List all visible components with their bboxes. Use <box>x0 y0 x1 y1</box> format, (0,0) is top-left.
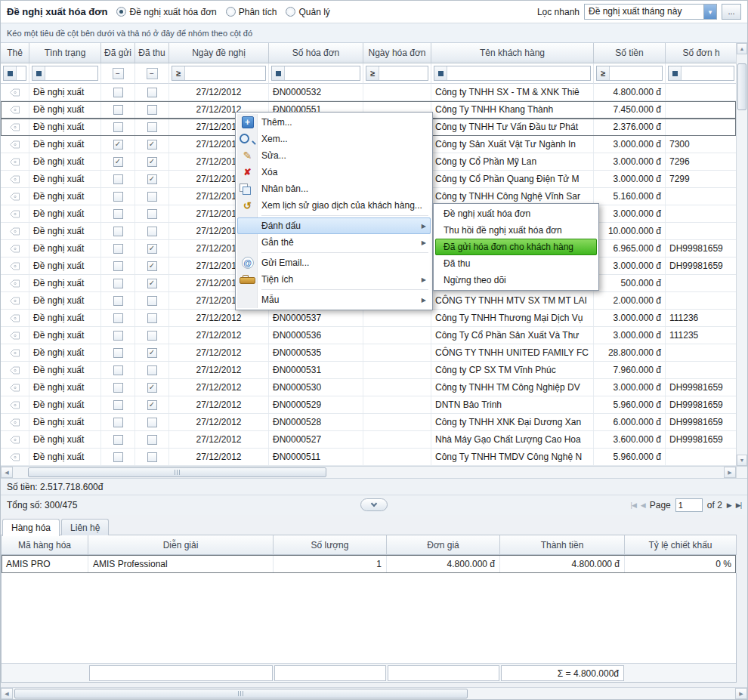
column-header[interactable]: Số hóa đơn <box>269 43 363 63</box>
view-mode-radio[interactable]: Phân tích <box>226 7 277 17</box>
received-checkbox[interactable] <box>147 88 157 97</box>
sent-checkbox[interactable] <box>113 88 123 97</box>
collapse-panel-button[interactable] <box>360 498 388 511</box>
sent-checkbox[interactable] <box>113 244 123 254</box>
context-menu-item[interactable]: Sửa... <box>237 147 431 164</box>
column-header[interactable]: Tình trạng <box>29 43 101 63</box>
column-header[interactable]: Số tiền <box>594 43 666 63</box>
sent-checkbox[interactable] <box>113 105 123 115</box>
received-checkbox[interactable] <box>147 227 157 236</box>
column-header[interactable]: Ngày hóa đơn <box>363 43 431 63</box>
bottom-scroll-thumb[interactable] <box>14 689 468 698</box>
context-menu-item[interactable]: Nhân bản... <box>237 180 431 197</box>
received-checkbox[interactable]: ✓ <box>147 244 157 254</box>
context-menu-item[interactable]: Xem lịch sử giao dịch của khách hàng... <box>237 197 431 214</box>
column-header[interactable]: Đã gửi <box>101 43 135 63</box>
filter-input[interactable]: ≥ <box>172 66 266 81</box>
detail-column-header[interactable]: Số lượng <box>274 535 387 555</box>
horizontal-scroll-track[interactable] <box>13 467 724 478</box>
received-checkbox[interactable]: ✓ <box>147 174 157 184</box>
received-checkbox[interactable] <box>147 452 157 462</box>
table-row[interactable]: Đề nghị xuất27/12/2012ĐN0000532Công ty T… <box>1 84 736 101</box>
detail-column-header[interactable]: Tỷ lệ chiết khấu <box>625 535 737 555</box>
column-header[interactable]: Số đơn h <box>666 43 737 63</box>
column-header[interactable]: Đã thu <box>135 43 169 63</box>
sent-checkbox[interactable] <box>113 296 123 306</box>
received-checkbox[interactable]: ✓ <box>147 261 157 271</box>
filter-menu-icon[interactable] <box>669 66 682 80</box>
filter-input[interactable]: ≥ <box>596 66 663 81</box>
scroll-right-icon[interactable]: ▶ <box>735 688 747 699</box>
sent-checkbox[interactable] <box>113 279 123 288</box>
greater-equal-filter-icon[interactable]: ≥ <box>597 66 610 80</box>
sent-checkbox[interactable] <box>113 383 123 393</box>
next-page-button[interactable]: ▶ <box>727 502 731 509</box>
table-row[interactable]: Đề nghị xuất27/12/2012ĐN0000528Công ty T… <box>1 414 736 431</box>
sent-checkbox[interactable]: ✓ <box>113 157 123 167</box>
filter-input[interactable] <box>271 66 360 81</box>
table-row[interactable]: Đề nghị xuất✓27/12/2012ĐN0000529DNTN Bảo… <box>1 396 736 414</box>
vertical-scroll-thumb[interactable] <box>737 63 746 110</box>
prev-page-button[interactable]: ◀ <box>641 502 645 509</box>
column-header[interactable]: Ngày đề nghị <box>169 43 269 63</box>
table-row[interactable]: Đề nghị xuất27/12/2012ĐN0000527Nhà Máy G… <box>1 431 736 449</box>
quick-filter-combobox[interactable]: Đề nghị xuất tháng này ▾ <box>584 4 717 20</box>
column-header[interactable]: Tên khách hàng <box>431 43 594 63</box>
scroll-up-icon[interactable]: ▲ <box>737 43 747 54</box>
context-menu-item[interactable]: Đánh dấu▶ <box>237 217 431 234</box>
filter-menu-icon[interactable] <box>32 66 45 80</box>
vertical-scrollbar[interactable]: ▲ ▼ <box>736 43 747 466</box>
detail-row[interactable]: AMIS PROAMIS Professional14.800.000 đ4.8… <box>2 555 736 573</box>
scroll-left-icon[interactable]: ◀ <box>1 688 13 699</box>
scroll-right-icon[interactable]: ▶ <box>724 467 736 478</box>
chevron-down-icon[interactable]: ▾ <box>703 5 716 19</box>
detail-column-header[interactable]: Đơn giá <box>387 535 500 555</box>
received-checkbox[interactable] <box>147 435 157 445</box>
horizontal-scroll-thumb[interactable] <box>28 467 326 477</box>
detail-column-header[interactable]: Mã hàng hóa <box>2 535 88 555</box>
submenu-item[interactable]: Đề nghị xuất hóa đơn <box>435 205 597 222</box>
submenu-item[interactable]: Đã gửi hóa đơn cho khách hàng <box>435 239 597 255</box>
filter-menu-icon[interactable] <box>434 66 447 80</box>
sent-checkbox[interactable] <box>113 452 123 462</box>
horizontal-scrollbar[interactable]: ◀ ▶ <box>1 466 747 478</box>
detail-tab[interactable]: Liên hệ <box>61 519 109 535</box>
filter-checkbox[interactable]: − <box>113 68 124 79</box>
sent-checkbox[interactable] <box>113 313 123 323</box>
received-checkbox[interactable] <box>147 418 157 427</box>
sent-checkbox[interactable] <box>113 261 123 271</box>
received-checkbox[interactable] <box>147 331 157 341</box>
page-input[interactable] <box>675 498 703 512</box>
scroll-left-icon[interactable]: ◀ <box>1 467 13 478</box>
context-menu-item[interactable]: Thêm... <box>237 114 431 131</box>
sent-checkbox[interactable] <box>113 418 123 427</box>
table-row[interactable]: Đề nghị xuất27/12/2012ĐN0000511Công Ty T… <box>1 449 736 466</box>
sent-checkbox[interactable] <box>113 209 123 219</box>
filter-menu-icon[interactable] <box>272 66 285 80</box>
received-checkbox[interactable] <box>147 365 157 375</box>
received-checkbox[interactable]: ✓ <box>147 348 157 358</box>
table-row[interactable]: Đề nghị xuất27/12/2012ĐN0000536Công Ty C… <box>1 327 736 344</box>
submenu-item[interactable]: Thu hồi đề nghị xuất hóa đơn <box>435 222 597 239</box>
received-checkbox[interactable] <box>147 296 157 306</box>
view-mode-radio[interactable]: Đề nghị xuất hóa đơn <box>116 7 216 17</box>
received-checkbox[interactable]: ✓ <box>147 400 157 410</box>
received-checkbox[interactable] <box>147 122 157 132</box>
sent-checkbox[interactable] <box>113 192 123 202</box>
received-checkbox[interactable]: ✓ <box>147 140 157 150</box>
greater-equal-filter-icon[interactable]: ≥ <box>172 66 185 80</box>
received-checkbox[interactable]: ✓ <box>147 279 157 288</box>
sent-checkbox[interactable] <box>113 365 123 375</box>
filter-input[interactable] <box>434 66 591 81</box>
filter-more-button[interactable]: ... <box>722 4 741 20</box>
table-row[interactable]: Đề nghị xuất✓27/12/2012ĐN0000530Công ty … <box>1 379 736 396</box>
received-checkbox[interactable] <box>147 192 157 202</box>
detail-tab[interactable]: Hàng hóa <box>2 519 60 536</box>
filter-input[interactable] <box>668 66 734 81</box>
sent-checkbox[interactable] <box>113 331 123 341</box>
scroll-down-icon[interactable]: ▼ <box>737 455 747 466</box>
bottom-scrollbar[interactable]: ◀ ▶ <box>1 687 747 699</box>
sent-checkbox[interactable] <box>113 348 123 358</box>
received-checkbox[interactable] <box>147 209 157 219</box>
detail-column-header[interactable]: Diễn giải <box>88 535 274 555</box>
